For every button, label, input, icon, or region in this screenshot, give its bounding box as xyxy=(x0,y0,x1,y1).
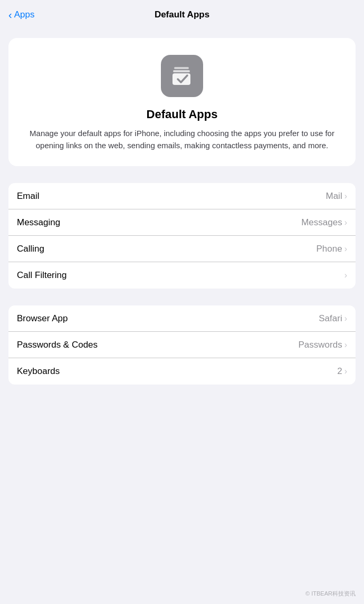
watermark: © ITBEAR科技资讯 xyxy=(305,590,356,598)
row-label-keyboards: Keyboards xyxy=(17,366,60,377)
list-item[interactable]: Calling Phone › xyxy=(8,236,356,262)
row-label-email: Email xyxy=(17,191,40,202)
default-apps-icon xyxy=(170,64,194,88)
chevron-right-icon: › xyxy=(344,218,347,227)
row-right-call-filtering: › xyxy=(342,271,347,280)
row-right-email: Mail › xyxy=(326,191,348,202)
list-item[interactable]: Browser App Safari › xyxy=(8,305,356,332)
list-item[interactable]: Passwords & Codes Passwords › xyxy=(8,332,356,358)
settings-group-1: Email Mail › Messaging Messages › Callin… xyxy=(8,183,356,289)
row-label-messaging: Messaging xyxy=(17,217,60,228)
hero-title: Default Apps xyxy=(147,108,218,121)
list-item[interactable]: Email Mail › xyxy=(8,183,356,209)
chevron-right-icon: › xyxy=(344,367,347,376)
row-value-calling: Phone xyxy=(317,244,342,254)
back-button[interactable]: ‹ Apps xyxy=(8,9,34,20)
row-value-keyboards: 2 xyxy=(337,366,342,377)
list-item[interactable]: Messaging Messages › xyxy=(8,209,356,236)
row-value-email: Mail xyxy=(326,191,342,202)
svg-rect-1 xyxy=(173,70,190,72)
chevron-right-icon: › xyxy=(344,244,347,254)
list-item[interactable]: Call Filtering › xyxy=(8,262,356,289)
row-right-passwords: Passwords › xyxy=(299,340,347,350)
svg-rect-0 xyxy=(174,67,189,69)
row-right-keyboards: 2 › xyxy=(337,366,347,377)
back-chevron-icon: ‹ xyxy=(8,9,12,20)
hero-card: Default Apps Manage your default apps fo… xyxy=(8,38,356,166)
chevron-right-icon: › xyxy=(344,191,347,201)
chevron-right-icon: › xyxy=(344,314,347,323)
back-label: Apps xyxy=(14,9,35,20)
row-right-browser: Safari › xyxy=(319,313,347,324)
row-label-calling: Calling xyxy=(17,244,44,254)
list-item[interactable]: Keyboards 2 › xyxy=(8,358,356,385)
hero-description: Manage your default apps for iPhone, inc… xyxy=(21,128,343,151)
app-icon xyxy=(161,55,203,97)
settings-group-2: Browser App Safari › Passwords & Codes P… xyxy=(8,305,356,385)
row-value-messaging: Messages xyxy=(301,217,342,228)
row-value-passwords: Passwords xyxy=(299,340,342,350)
nav-bar: ‹ Apps Default Apps xyxy=(0,0,364,30)
chevron-right-icon: › xyxy=(344,340,347,350)
chevron-right-icon: › xyxy=(344,271,347,280)
row-right-messaging: Messages › xyxy=(301,217,347,228)
row-label-browser: Browser App xyxy=(17,313,68,324)
row-label-passwords: Passwords & Codes xyxy=(17,340,98,350)
page-title: Default Apps xyxy=(155,9,209,20)
row-value-browser: Safari xyxy=(319,313,342,324)
row-right-calling: Phone › xyxy=(317,244,348,254)
row-label-call-filtering: Call Filtering xyxy=(17,270,66,281)
